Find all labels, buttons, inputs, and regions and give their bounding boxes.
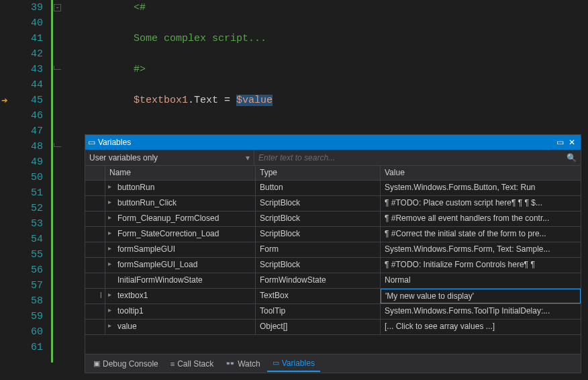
- cell-type: ScriptBlock: [256, 196, 381, 211]
- cell-value[interactable]: 'My new value to display': [381, 289, 581, 303]
- tab-debug-console[interactable]: ▣Debug Console: [88, 357, 164, 371]
- cell-value[interactable]: ¶ #Correct the initial state of the form…: [381, 227, 581, 242]
- code-line[interactable]: [115, 108, 273, 124]
- marker-column: ➔: [0, 0, 15, 380]
- line-number: 50: [31, 170, 43, 185]
- cell-value[interactable]: ¶ #TODO: Place custom script here¶ ¶ ¶ $…: [381, 196, 581, 211]
- code-line[interactable]: [115, 15, 273, 31]
- panel-titlebar[interactable]: ▭ Variables ▭ ✕: [85, 135, 581, 150]
- cell-value[interactable]: Normal: [381, 273, 581, 288]
- tab-variables[interactable]: ▭Variables: [267, 356, 320, 372]
- table-row[interactable]: ▸valueObject[][... Click to see array va…: [85, 320, 581, 335]
- cell-value[interactable]: ¶ #TODO: Initialize Form Controls here¶ …: [381, 258, 581, 273]
- execution-pointer-icon: ➔: [1, 94, 8, 107]
- cell-name[interactable]: ▸formSampleGUI_Load: [105, 258, 256, 273]
- cell-name[interactable]: ▸value: [105, 320, 256, 334]
- change-indicator-bar: [51, 0, 53, 363]
- cell-type: Object[]: [256, 320, 381, 334]
- line-number: 60: [31, 324, 43, 340]
- code-line[interactable]: #>: [115, 62, 273, 77]
- cell-name[interactable]: ▸textbox1: [105, 289, 256, 303]
- line-number: 52: [31, 201, 43, 216]
- cell-name[interactable]: ▸Form_Cleanup_FormClosed: [105, 211, 256, 226]
- code-line[interactable]: Some complex script...: [115, 31, 273, 46]
- line-number: 45: [31, 93, 43, 108]
- filter-dropdown-label: User variables only: [89, 153, 158, 162]
- table-row[interactable]: ▸tooltip1ToolTipSystem.Windows.Forms.Too…: [85, 304, 581, 320]
- table-row[interactable]: ▸formSampleGUI_LoadScriptBlock¶ #TODO: I…: [85, 258, 581, 273]
- table-row[interactable]: ▸formSampleGUIFormSystem.Windows.Forms.F…: [85, 242, 581, 258]
- col-header-value[interactable]: Value: [381, 166, 581, 180]
- col-header-name[interactable]: Name: [105, 166, 256, 180]
- expander-icon[interactable]: ▸: [108, 183, 111, 190]
- expander-icon[interactable]: ▸: [108, 213, 111, 221]
- line-number: 53: [31, 216, 43, 232]
- row-gutter: I: [85, 289, 105, 303]
- cell-value[interactable]: System.Windows.Forms.Button, Text: Run: [381, 181, 581, 195]
- cell-type: ScriptBlock: [256, 258, 381, 273]
- expander-icon[interactable]: ▸: [108, 322, 111, 329]
- cell-type: ScriptBlock: [256, 211, 381, 226]
- search-input[interactable]: Enter text to search... 🔍: [254, 150, 581, 165]
- line-number: 43: [31, 62, 43, 77]
- tab-strip: ▣Debug Console≡Call Stack👓Watch▭Variable…: [85, 354, 581, 373]
- table-row[interactable]: ▸Form_Cleanup_FormClosedScriptBlock¶ #Re…: [85, 211, 581, 227]
- col-header-type[interactable]: Type: [256, 166, 381, 180]
- grid-header: Name Type Value: [85, 166, 581, 181]
- code-line[interactable]: $textbox1.Text = $value: [115, 93, 273, 108]
- call-stack-icon: ≡: [170, 360, 175, 368]
- restore-button[interactable]: ▭: [554, 138, 566, 147]
- cell-value[interactable]: [... Click to see array values ...]: [381, 320, 581, 334]
- table-row[interactable]: I▸textbox1TextBox'My new value to displa…: [85, 289, 581, 304]
- line-number: 49: [31, 154, 43, 170]
- debug-console-icon: ▣: [93, 359, 100, 368]
- expander-icon[interactable]: ▸: [108, 229, 111, 236]
- cell-value[interactable]: ¶ #Remove all event handlers from the co…: [381, 211, 581, 226]
- tab-watch[interactable]: 👓Watch: [220, 357, 266, 371]
- close-button[interactable]: ✕: [566, 138, 578, 147]
- chevron-down-icon: ▾: [246, 153, 250, 162]
- cell-name[interactable]: ▸buttonRun: [105, 181, 256, 195]
- expander-icon[interactable]: ▸: [108, 198, 111, 205]
- variables-icon: ▭: [273, 359, 279, 367]
- line-number: 59: [31, 309, 43, 324]
- row-gutter: [85, 196, 105, 211]
- cell-type: FormWindowState: [256, 273, 381, 288]
- tab-label: Variables: [282, 359, 315, 368]
- cell-type: Form: [256, 242, 381, 257]
- tab-label: Call Stack: [177, 359, 213, 369]
- cell-type: TextBox: [256, 289, 381, 303]
- code-line[interactable]: [115, 77, 273, 93]
- expander-icon[interactable]: ▸: [108, 260, 111, 267]
- cell-value[interactable]: System.Windows.Forms.Form, Text: Sample.…: [381, 242, 581, 257]
- cell-name[interactable]: ▸buttonRun_Click: [105, 196, 256, 211]
- cell-name[interactable]: ▸Form_StateCorrection_Load: [105, 227, 256, 242]
- filter-dropdown[interactable]: User variables only ▾: [85, 150, 254, 165]
- table-row[interactable]: ▸Form_StateCorrection_LoadScriptBlock¶ #…: [85, 227, 581, 242]
- table-row[interactable]: ▸buttonRun_ClickScriptBlock¶ #TODO: Plac…: [85, 196, 581, 211]
- fold-toggle-icon[interactable]: -: [54, 4, 61, 11]
- table-row[interactable]: ▸buttonRunButtonSystem.Windows.Forms.But…: [85, 181, 581, 196]
- line-numbers: 3940414243444546474849505152535455565758…: [31, 0, 43, 355]
- line-number: 39: [31, 0, 43, 15]
- expander-icon[interactable]: ▸: [108, 244, 111, 252]
- cell-type: ScriptBlock: [256, 227, 381, 242]
- grid-body[interactable]: ▸buttonRunButtonSystem.Windows.Forms.But…: [85, 181, 581, 354]
- line-number: 40: [31, 15, 43, 31]
- expander-icon[interactable]: ▸: [108, 306, 111, 314]
- col-header-expander[interactable]: [85, 166, 105, 180]
- row-gutter: [85, 273, 105, 288]
- expander-icon[interactable]: ▸: [108, 291, 111, 298]
- tab-label: Debug Console: [103, 359, 158, 369]
- table-row[interactable]: InitialFormWindowStateFormWindowStateNor…: [85, 273, 581, 289]
- row-gutter: [85, 258, 105, 273]
- tab-call-stack[interactable]: ≡Call Stack: [165, 357, 219, 371]
- line-number: 44: [31, 77, 43, 93]
- cell-name[interactable]: InitialFormWindowState: [105, 273, 256, 288]
- cell-name[interactable]: ▸tooltip1: [105, 304, 256, 319]
- cell-value[interactable]: System.Windows.Forms.ToolTip InitialDela…: [381, 304, 581, 319]
- line-number: 48: [31, 139, 43, 154]
- cell-name[interactable]: ▸formSampleGUI: [105, 242, 256, 257]
- code-line[interactable]: [115, 46, 273, 62]
- code-line[interactable]: <#: [115, 0, 273, 15]
